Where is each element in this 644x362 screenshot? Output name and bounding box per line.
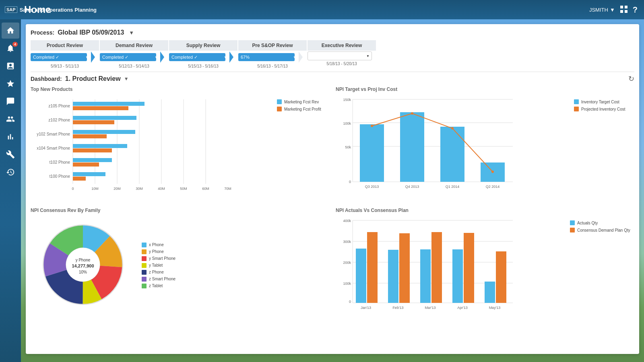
pie-legend-ztablet: z Tablet <box>142 284 175 288</box>
pie-legend: x Phone y Phone y Smart Phone y Tab <box>142 243 175 288</box>
svg-text:150k: 150k <box>343 98 351 102</box>
help-icon[interactable]: ? <box>633 5 638 14</box>
legend-mfr-label: Marketing Fcst Rev <box>284 100 319 104</box>
step-status-presop[interactable]: 67% <box>238 53 295 61</box>
npi-actuals-content: 400k 300k 200k 100k 0 <box>336 216 634 322</box>
svg-text:0: 0 <box>72 187 74 191</box>
svg-text:x104 Smart Phone: x104 Smart Phone <box>37 146 70 150</box>
sidebar-item-home[interactable] <box>2 23 19 39</box>
process-label: Process: <box>31 29 54 36</box>
alerts-badge: 4 <box>12 42 18 47</box>
svg-rect-47 <box>400 112 424 182</box>
step-date-presop: 5/16/13 - 5/17/13 <box>257 64 288 68</box>
svg-rect-81 <box>356 249 366 303</box>
user-menu[interactable]: JSMITH ▼ <box>589 7 615 13</box>
sidebar-item-tools[interactable] <box>2 146 19 162</box>
npi-target-legend: Inventory Target Cost Projected Inventor… <box>574 95 634 201</box>
legend-mfp-label: Marketing Fcst Profit <box>284 107 321 111</box>
sidebar-item-chat[interactable] <box>2 93 19 109</box>
sidebar-item-people[interactable] <box>2 111 19 127</box>
svg-text:y102 Smart Phone: y102 Smart Phone <box>37 132 70 136</box>
step-date-executive: 5/18/13 - 5/20/13 <box>326 62 357 66</box>
process-steps: Product Review Completed ✓ 5/9/13 - 5/11… <box>31 40 634 68</box>
svg-text:10M: 10M <box>91 187 99 191</box>
step-product-review: Product Review Completed ✓ 5/9/13 - 5/11… <box>31 40 99 68</box>
npi-consensus-chart: NPI Consensus Rev By Family <box>31 208 329 322</box>
legend-actuals: Actuals Qty <box>570 220 634 225</box>
svg-rect-0 <box>620 6 623 8</box>
main-card: Process: Global IBP 05/09/2013 ▼ Product… <box>26 24 639 354</box>
dashboard-dropdown[interactable]: ▼ <box>124 76 129 82</box>
process-name: Global IBP 05/09/2013 <box>58 29 124 36</box>
svg-rect-3 <box>625 10 627 13</box>
top-products-legend: Marketing Fcst Rev Marketing Fcst Profit <box>277 95 329 201</box>
npi-actuals-title: NPI Actuals Vs Consensus Plan <box>336 208 634 213</box>
legend-mfp: Marketing Fcst Profit <box>277 107 329 111</box>
svg-rect-83 <box>388 250 398 303</box>
npi-consensus-content: y Phone 14,277,900 10% x Phone y Phone <box>31 216 329 314</box>
sidebar-item-charts[interactable] <box>2 129 19 145</box>
svg-rect-27 <box>73 172 105 176</box>
svg-text:20M: 20M <box>114 187 121 191</box>
svg-text:14,277,900: 14,277,900 <box>72 263 94 268</box>
svg-rect-90 <box>496 251 506 303</box>
svg-text:0: 0 <box>349 300 351 304</box>
sidebar-item-alerts[interactable]: 4 <box>2 40 19 56</box>
npi-consensus-title: NPI Consensus Rev By Family <box>31 208 329 213</box>
pie-legend-zsmartphone: z Smart Phone <box>142 277 175 282</box>
legend-itc-color <box>574 99 579 104</box>
svg-rect-25 <box>73 158 112 162</box>
legend-pic: Projected Inventory Cost <box>574 107 634 111</box>
sidebar-item-favorites[interactable] <box>2 76 19 92</box>
svg-text:Q2 2014: Q2 2014 <box>486 185 500 189</box>
svg-text:z102 Phone: z102 Phone <box>49 118 70 122</box>
pie-legend-zphone: z Phone <box>142 270 175 275</box>
legend-mfr-color <box>277 99 282 104</box>
legend-itc-label: Inventory Target Cost <box>581 100 619 104</box>
top-products-content: z105 Phone z102 Phone y102 Smart Phone x… <box>31 95 329 201</box>
svg-text:60M: 60M <box>202 187 209 191</box>
step-status-supply[interactable]: Completed ✓ <box>169 53 225 61</box>
svg-text:100k: 100k <box>343 121 351 125</box>
step-date-demand: 5/12/13 - 5/14/13 <box>119 64 149 68</box>
svg-rect-18 <box>73 106 128 110</box>
svg-rect-88 <box>464 233 474 303</box>
top-products-bars: z105 Phone z102 Phone y102 Smart Phone x… <box>31 95 272 201</box>
svg-rect-48 <box>440 127 464 182</box>
step-title-product: Product Review <box>31 40 99 51</box>
charts-grid: Top New Products z105 Phone z102 Phone y… <box>31 86 634 322</box>
svg-text:Q3 2013: Q3 2013 <box>365 185 379 189</box>
sidebar-item-tasks[interactable] <box>2 58 19 74</box>
svg-text:0: 0 <box>349 180 351 184</box>
pie-legend-ysmartphone: y Smart Phone <box>142 256 175 261</box>
step-date-product: 5/9/13 - 5/11/13 <box>51 64 79 68</box>
svg-rect-21 <box>73 130 135 134</box>
svg-rect-86 <box>431 232 442 303</box>
step-status-executive[interactable] <box>308 51 372 60</box>
svg-point-53 <box>491 171 494 173</box>
svg-rect-2 <box>620 10 623 13</box>
dashboard-name: 1. Product Review <box>65 75 121 82</box>
legend-consensus: Consensus Demand Plan Qty <box>570 228 634 232</box>
svg-rect-1 <box>625 6 627 8</box>
grid-icon[interactable] <box>620 5 628 14</box>
process-header: Process: Global IBP 05/09/2013 ▼ <box>31 29 634 36</box>
step-status-demand[interactable]: Completed ✓ <box>100 53 156 61</box>
svg-rect-87 <box>452 249 463 303</box>
svg-rect-28 <box>73 177 86 181</box>
step-title-presop: Pre S&OP Review <box>238 40 307 51</box>
refresh-btn[interactable]: ↻ <box>628 74 634 83</box>
svg-text:Q1 2014: Q1 2014 <box>446 185 460 189</box>
svg-text:Apr'13: Apr'13 <box>457 306 468 310</box>
step-supply-review: Supply Review Completed ✓ 5/15/13 - 5/16… <box>169 40 237 68</box>
sidebar-item-history[interactable] <box>2 164 19 180</box>
svg-rect-22 <box>73 134 107 138</box>
svg-rect-20 <box>73 120 114 124</box>
svg-rect-19 <box>73 116 136 120</box>
top-products-title: Top New Products <box>31 86 329 92</box>
svg-rect-17 <box>73 102 144 106</box>
svg-text:50k: 50k <box>345 145 351 149</box>
process-dropdown[interactable]: ▼ <box>129 30 134 36</box>
step-status-product[interactable]: Completed ✓ <box>31 53 87 61</box>
step-title-demand: Demand Review <box>100 40 168 51</box>
